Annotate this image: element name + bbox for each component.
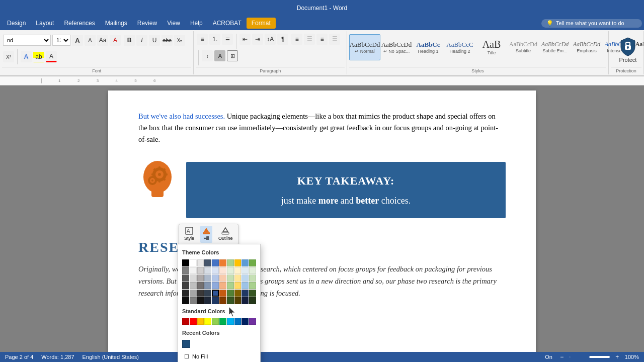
color-cell-3-3[interactable]: [204, 282, 211, 289]
std-color-8[interactable]: [242, 318, 249, 325]
outline-mini-btn[interactable]: Outline: [216, 226, 235, 243]
align-left-button[interactable]: ≡: [291, 34, 302, 45]
color-cell-1-3[interactable]: [204, 267, 211, 274]
color-cell-2-8[interactable]: [242, 275, 249, 282]
menu-view[interactable]: View: [162, 18, 185, 29]
text-highlight-button[interactable]: ab: [33, 51, 44, 62]
color-cell-1-7[interactable]: [234, 267, 242, 274]
color-cell-1-8[interactable]: [242, 267, 249, 274]
fill-mini-btn[interactable]: Fill: [200, 226, 212, 243]
std-color-6[interactable]: [227, 318, 234, 325]
color-cell-0-5[interactable]: [219, 259, 226, 266]
color-cell-3-1[interactable]: [190, 282, 197, 289]
color-cell-2-1[interactable]: [190, 275, 197, 282]
align-center-button[interactable]: ☰: [304, 34, 315, 45]
menu-layout[interactable]: Layout: [31, 18, 59, 29]
decrease-indent-button[interactable]: ⇤: [239, 34, 251, 45]
color-cell-0-8[interactable]: [242, 259, 249, 266]
color-cell-3-0[interactable]: [182, 282, 189, 289]
underline-button[interactable]: U: [149, 35, 160, 46]
align-right-button[interactable]: ≡: [316, 34, 328, 45]
no-fill-option[interactable]: ☐ No Fill: [182, 351, 256, 362]
color-cell-1-1[interactable]: [190, 267, 197, 274]
color-cell-5-9[interactable]: [249, 297, 256, 304]
color-cell-0-1[interactable]: [190, 259, 197, 266]
color-cell-4-4[interactable]: [212, 290, 219, 297]
tell-me-search[interactable]: 💡 Tell me what you want to do: [541, 19, 642, 28]
color-cell-2-4[interactable]: [212, 275, 219, 282]
color-cell-5-6[interactable]: [227, 297, 234, 304]
menu-mailings[interactable]: Mailings: [100, 18, 132, 29]
menu-review[interactable]: Review: [132, 18, 162, 29]
color-cell-0-0[interactable]: [182, 259, 189, 266]
color-cell-5-4[interactable]: [212, 297, 219, 304]
color-cell-4-8[interactable]: [242, 290, 249, 297]
color-cell-4-3[interactable]: [204, 290, 211, 297]
style-subtle-em[interactable]: AaBbCcDd Subtle Em...: [539, 34, 571, 60]
color-cell-4-5[interactable]: [219, 290, 226, 297]
clear-format-button[interactable]: A: [110, 35, 121, 46]
font-color-button[interactable]: A: [46, 51, 57, 62]
style-no-spacing[interactable]: AaBbCcDd ↵ No Spac...: [381, 34, 412, 60]
bold-button[interactable]: B: [124, 35, 135, 46]
style-heading1[interactable]: AaBbCc Heading 1: [413, 34, 444, 60]
change-case-button[interactable]: Aa: [97, 35, 108, 46]
subscript-button[interactable]: X₂: [174, 35, 185, 46]
line-spacing-button[interactable]: ↕: [202, 50, 213, 61]
color-cell-1-2[interactable]: [197, 267, 204, 274]
color-cell-1-9[interactable]: [249, 267, 256, 274]
border-button[interactable]: ⊞: [227, 50, 238, 61]
std-color-7[interactable]: [234, 318, 242, 325]
color-cell-2-7[interactable]: [234, 275, 242, 282]
color-cell-2-2[interactable]: [197, 275, 204, 282]
color-cell-5-1[interactable]: [190, 297, 197, 304]
style-heading2[interactable]: AaBbCcC Heading 2: [444, 34, 475, 60]
color-cell-5-8[interactable]: [242, 297, 249, 304]
color-cell-1-4[interactable]: [212, 267, 219, 274]
color-cell-4-9[interactable]: [249, 290, 256, 297]
color-cell-5-2[interactable]: [197, 297, 204, 304]
std-color-9[interactable]: [249, 318, 256, 325]
style-normal[interactable]: AaBbCcDd ↵ Normal: [349, 34, 380, 60]
color-cell-4-1[interactable]: [190, 290, 197, 297]
multilevel-list-button[interactable]: ☰: [222, 34, 233, 45]
std-color-3[interactable]: [204, 318, 211, 325]
color-cell-3-5[interactable]: [219, 282, 226, 289]
color-cell-1-5[interactable]: [219, 267, 226, 274]
sort-button[interactable]: ↕A: [265, 34, 276, 45]
color-cell-2-0[interactable]: [182, 275, 189, 282]
color-cell-1-0[interactable]: [182, 267, 189, 274]
link-successes[interactable]: But we've also had successes.: [138, 112, 225, 120]
color-cell-2-9[interactable]: [249, 275, 256, 282]
std-color-1[interactable]: [190, 318, 197, 325]
recent-color-1[interactable]: [182, 340, 190, 348]
color-cell-1-6[interactable]: [227, 267, 234, 274]
menu-design[interactable]: Design: [2, 18, 31, 29]
color-cell-0-4[interactable]: [212, 259, 219, 266]
color-cell-0-7[interactable]: [234, 259, 242, 266]
color-cell-4-2[interactable]: [197, 290, 204, 297]
menu-format[interactable]: Format: [247, 18, 276, 29]
color-cell-4-0[interactable]: [182, 290, 189, 297]
color-cell-3-4[interactable]: [212, 282, 219, 289]
shading-button[interactable]: A: [214, 50, 225, 61]
color-cell-2-5[interactable]: [219, 275, 226, 282]
justify-button[interactable]: ☰: [329, 34, 340, 45]
color-cell-3-2[interactable]: [197, 282, 204, 289]
zoom-in-button[interactable]: +: [612, 351, 623, 362]
zoom-out-button[interactable]: −: [556, 351, 568, 362]
menu-acrobat[interactable]: ACROBAT: [208, 18, 247, 29]
style-mini-btn[interactable]: A Style: [182, 226, 196, 243]
std-color-2[interactable]: [197, 318, 204, 325]
color-cell-5-3[interactable]: [204, 297, 211, 304]
grow-font-button[interactable]: A: [72, 35, 83, 46]
color-cell-3-8[interactable]: [242, 282, 249, 289]
color-cell-0-6[interactable]: [227, 259, 234, 266]
std-color-0[interactable]: [182, 318, 189, 325]
color-cell-0-9[interactable]: [249, 259, 256, 266]
protect-button[interactable]: Protect: [614, 35, 642, 65]
color-cell-0-3[interactable]: [204, 259, 211, 266]
std-color-5[interactable]: [219, 318, 226, 325]
italic-button[interactable]: I: [136, 35, 147, 46]
style-subtitle[interactable]: AaBbCcDd Subtitle: [508, 34, 539, 60]
